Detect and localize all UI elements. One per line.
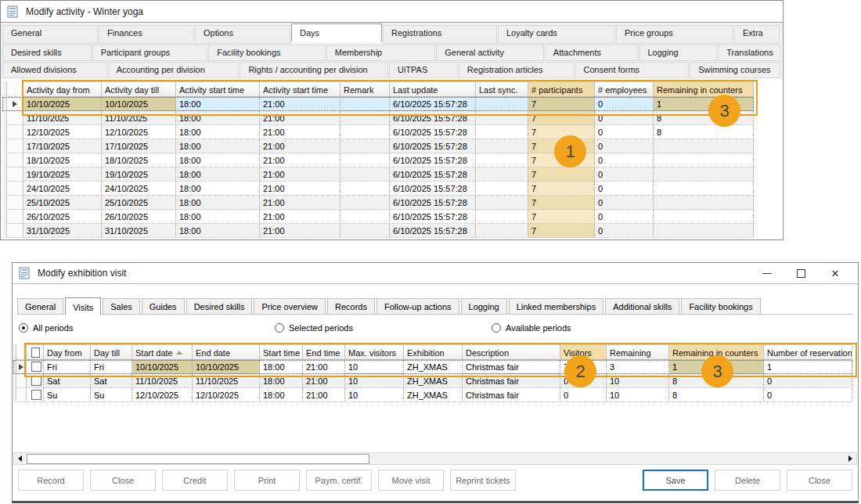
table-row[interactable]: 26/10/202526/10/202518:0021:006/10/2025 … [2,210,754,224]
record-button[interactable]: Record [18,470,84,491]
radio-available-periods[interactable]: Available periods [492,319,571,337]
radio-selected-periods[interactable]: Selected periods [275,319,353,337]
column-header-day-from[interactable]: Day from [44,344,91,360]
table-row[interactable]: 17/10/202517/10/202518:0021:006/10/2025 … [2,139,754,153]
tab-extra[interactable]: Extra [734,25,780,44]
radio-icon [492,323,501,333]
maximize-icon[interactable] [795,268,806,279]
table-row[interactable]: 18/10/202518/10/202518:0021:006/10/2025 … [2,153,754,167]
table-row[interactable]: 31/10/202531/10/202518:0021:006/10/2025 … [2,224,754,238]
tab-general[interactable]: General [17,298,63,314]
tab-loyalty-cards[interactable]: Loyalty cards [498,25,615,44]
tab-uitpas[interactable]: UiTPAS [389,62,458,78]
tab-logging[interactable]: Logging [639,45,718,61]
table-row[interactable]: 11/10/202511/10/202518:0021:006/10/2025 … [2,111,754,125]
column-header-exhibition[interactable]: Exhibition [404,344,463,360]
header-checkbox[interactable] [31,347,40,358]
tab-swimming-courses[interactable]: Swimming courses [690,62,780,78]
minimize-icon[interactable] [761,268,772,279]
column-header-end-date[interactable]: End date [193,344,260,360]
tab-allowed-divisions[interactable]: Allowed divisions [2,62,107,78]
column-header-activity-start-time[interactable]: Activity start time [176,81,260,97]
column-header-remaining[interactable]: Remaining [607,344,669,360]
column-header-activity-day-till[interactable]: Activity day till [102,81,176,97]
table-row[interactable]: 19/10/202519/10/202518:0021:006/10/2025 … [2,167,754,182]
column-header-day-till[interactable]: Day till [91,344,132,360]
delete-button[interactable]: Delete [715,470,780,491]
window1-titlebar[interactable]: Modify activity - Winter yoga [1,1,783,23]
tab-registration-articles[interactable]: Registration articles [459,62,575,78]
cell [654,139,754,153]
tab-rights-accounting-per-division[interactable]: Rights / accounting per division [240,62,388,78]
cell: 18:00 [176,167,260,182]
close-icon[interactable]: ✕ [830,268,841,279]
column-header-start-date[interactable]: Start date [132,344,193,360]
scroll-left-icon[interactable] [14,453,26,464]
tab-guides[interactable]: Guides [142,298,185,314]
tab-attachments[interactable]: Attachments [545,45,639,61]
tab-finances[interactable]: Finances [99,25,194,44]
tab-desired-skills[interactable]: Desired skills [186,298,253,314]
window2-titlebar[interactable]: Modify exhibition visit ✕ [13,263,858,284]
column-header-end-time[interactable]: End time [303,344,345,360]
tab-facility-bookings[interactable]: Facility bookings [208,45,326,61]
tab-price-overview[interactable]: Price overview [254,298,326,314]
print-button[interactable]: Print [234,470,300,491]
tab-translations[interactable]: Translations [718,45,780,61]
column-header-last-sync-[interactable]: Last sync. [476,81,528,97]
column-header-number-of-reservations[interactable]: Number of reservations [764,344,852,360]
column-header-start-time[interactable]: Start time [260,344,303,360]
tab-days[interactable]: Days [291,23,382,42]
tab-logging[interactable]: Logging [461,298,507,314]
table-row[interactable]: 24/10/202524/10/202518:0021:006/10/2025 … [2,182,754,196]
horizontal-scrollbar[interactable] [13,452,857,465]
radio-all-periods[interactable]: All periods [19,319,73,337]
table-row[interactable]: 10/10/202510/10/202518:0021:006/10/2025 … [2,97,754,111]
tab-options[interactable]: Options [195,25,290,44]
column-header-activity-start-time[interactable]: Activity start time [260,81,340,97]
tab-general-activity[interactable]: General activity [436,45,544,61]
cell: 21:00 [303,374,345,388]
table-row[interactable]: SuSu12/10/202512/10/202518:0021:0010ZH_X… [13,388,852,402]
column-header-remaining-in-counters[interactable]: Remaining in counters [654,81,754,97]
table-row[interactable]: 12/10/202512/10/202518:0021:006/10/2025 … [2,125,754,139]
cell: 21:00 [260,224,340,238]
column-header-checkbox[interactable] [27,344,44,360]
tab-additional-skills[interactable]: Additional skills [605,298,679,314]
scrollbar-thumb[interactable] [27,454,369,464]
tab-visits[interactable]: Visits [65,297,101,315]
row-checkbox[interactable] [31,362,41,372]
close-button[interactable]: Close [90,470,156,491]
column-header-description[interactable]: Description [463,344,560,360]
tab-participant-groups[interactable]: Participant groups [92,45,208,61]
row-checkbox[interactable] [31,390,41,400]
move-visit-button[interactable]: Move visit [378,470,444,491]
row-checkbox[interactable] [31,376,41,386]
save-button[interactable]: Save [643,470,708,491]
reprint-tickets-button[interactable]: Reprint tickets [450,470,516,491]
tab-follow-up-actions[interactable]: Follow-up actions [376,298,459,314]
column-header-activity-day-from[interactable]: Activity day from [23,81,102,97]
credit-button[interactable]: Credit [162,470,228,491]
close-button[interactable]: Close [787,470,852,491]
column-header-remark[interactable]: Remark [340,81,390,97]
cell: 11/10/2025 [102,111,176,125]
column-header-#-participants[interactable]: # participants [528,81,595,97]
tab-registrations[interactable]: Registrations [383,25,497,44]
column-header-#-employees[interactable]: # employees [595,81,654,97]
scroll-right-icon[interactable] [845,453,856,464]
table-row[interactable]: 25/10/202525/10/202518:0021:006/10/2025 … [2,196,754,210]
tab-facility-bookings[interactable]: Facility bookings [681,298,760,314]
tab-records[interactable]: Records [327,298,375,314]
tab-membership[interactable]: Membership [326,45,436,61]
tab-linked-memberships[interactable]: Linked memberships [509,298,604,314]
tab-price-groups[interactable]: Price groups [616,25,733,44]
tab-general[interactable]: General [2,25,98,44]
column-header-last-update[interactable]: Last update [390,81,476,97]
tab-desired-skills[interactable]: Desired skills [2,45,92,61]
column-header-max-visitors[interactable]: Max. visitors [345,344,404,360]
paym-certif--button[interactable]: Paym. certif. [306,470,372,491]
tab-sales[interactable]: Sales [103,298,140,314]
tab-accounting-per-division[interactable]: Accounting per division [108,62,240,78]
tab-consent-forms[interactable]: Consent forms [575,62,690,78]
